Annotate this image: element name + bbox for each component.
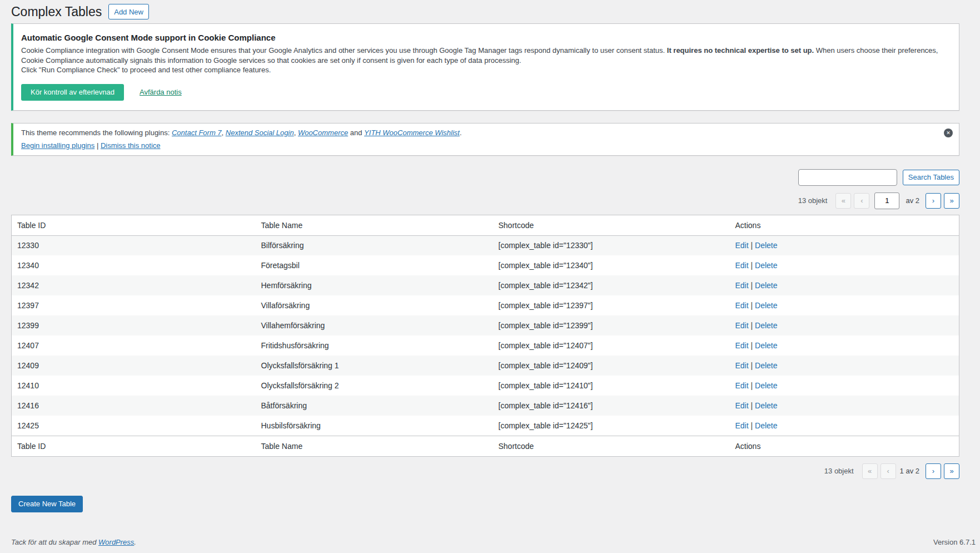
table-foot: Table ID Table Name Shortcode Actions [12,436,959,456]
cell-shortcode: [complex_table id="12410"] [493,376,730,396]
close-icon: ✕ [946,130,951,136]
consent-mode-notice: Automatic Google Consent Mode support in… [11,23,959,111]
search-input[interactable] [798,169,897,186]
dismiss-this-notice-link[interactable]: Dismiss this notice [101,141,161,150]
cell-actions: Edit | Delete [730,416,959,436]
header-table-name: Table Name [256,215,493,235]
edit-link[interactable]: Edit [735,361,749,370]
cell-actions: Edit | Delete [730,295,959,315]
items-count: 13 objekt [798,196,828,205]
run-compliance-check-button[interactable]: Kör kontroll av efterlevnad [21,84,124,101]
edit-link[interactable]: Edit [735,301,749,310]
edit-link[interactable]: Edit [735,401,749,410]
cell-actions: Edit | Delete [730,255,959,275]
table-body: 12330Bilförsäkring[complex_table id="123… [12,235,959,436]
chevron-right-icon: › [932,467,934,475]
consent-body-text-1: Cookie Compliance integration with Googl… [21,46,667,55]
edit-link[interactable]: Edit [735,321,749,330]
table-header-row: Table ID Table Name Shortcode Actions [12,215,959,235]
pagination-prev-button: ‹ [854,193,869,209]
total-pages-label: av 2 [906,196,919,205]
delete-link[interactable]: Delete [755,341,777,350]
pagination-first-button: « [835,193,851,209]
dismiss-notice-button[interactable]: ✕ [944,129,953,137]
cell-table-name: Olycksfallsförsäkring 1 [256,356,493,376]
table-row: 12409Olycksfallsförsäkring 1[complex_tab… [12,356,959,376]
pagination-prev-button-bottom: ‹ [880,463,896,479]
plugin-link-3[interactable]: WooCommerce [298,129,348,137]
begin-installing-plugins-link[interactable]: Begin installing plugins [21,141,94,150]
plugin-link-4[interactable]: YITH WooCommerce Wishlist [364,129,460,137]
cell-table-id: 12340 [12,255,256,275]
cell-shortcode: [complex_table id="12399"] [493,315,730,335]
wordpress-link[interactable]: WordPress [98,538,134,546]
plugin-link-2[interactable]: Nextend Social Login [226,129,294,137]
cell-table-name: Villaförsäkring [256,295,493,315]
cell-table-name: Husbilsförsäkring [256,416,493,436]
cell-table-name: Villahemförsäkring [256,315,493,335]
edit-link[interactable]: Edit [735,421,749,430]
thanks-suffix: . [134,538,136,546]
double-chevron-left-icon: « [868,467,872,475]
cell-shortcode: [complex_table id="12342"] [493,275,730,295]
plugin-link-1[interactable]: Contact Form 7 [172,129,222,137]
delete-link[interactable]: Delete [755,361,777,370]
consent-notice-heading: Automatic Google Consent Mode support in… [21,33,951,42]
footer-thanks-text: Tack för att du skapar med WordPress. [11,538,136,546]
table-row: 12410Olycksfallsförsäkring 2[complex_tab… [12,376,959,396]
edit-link[interactable]: Edit [735,381,749,390]
cell-actions: Edit | Delete [730,235,959,255]
tables-list: Table ID Table Name Shortcode Actions 12… [11,215,959,457]
delete-link[interactable]: Delete [755,421,777,430]
dismiss-notice-link[interactable]: Avfärda notis [140,88,182,96]
cell-table-name: Hemförsäkring [256,275,493,295]
plugins-notice-text: This theme recommends the following plug… [21,128,951,138]
pagination-next-button-bottom[interactable]: › [926,463,941,479]
edit-link[interactable]: Edit [735,261,749,270]
plugin-link-separator: and [348,129,364,137]
cell-actions: Edit | Delete [730,275,959,295]
delete-link[interactable]: Delete [755,261,777,270]
cell-table-id: 12409 [12,356,256,376]
delete-link[interactable]: Delete [755,241,777,250]
cell-shortcode: [complex_table id="12409"] [493,356,730,376]
thanks-prefix: Tack för att du skapar med [11,538,98,546]
add-new-button[interactable]: Add New [108,4,149,19]
edit-link[interactable]: Edit [735,281,749,290]
cell-shortcode: [complex_table id="12416"] [493,396,730,416]
current-page-input[interactable] [874,192,899,209]
edit-link[interactable]: Edit [735,341,749,350]
pagination-last-button[interactable]: » [944,193,959,209]
cell-table-id: 12410 [12,376,256,396]
delete-link[interactable]: Delete [755,321,777,330]
delete-link[interactable]: Delete [755,401,777,410]
header-table-id: Table ID [12,215,256,235]
delete-link[interactable]: Delete [755,281,777,290]
pagination-bottom: 13 objekt « ‹ 1 av 2 › » [11,463,959,479]
search-tables-button[interactable]: Search Tables [903,170,959,185]
delete-link[interactable]: Delete [755,301,777,310]
create-new-table-button[interactable]: Create New Table [11,496,83,512]
cell-table-id: 12407 [12,335,256,356]
plugins-recommendation-notice: ✕ This theme recommends the following pl… [11,123,959,156]
edit-link[interactable]: Edit [735,241,749,250]
consent-notice-actions: Kör kontroll av efterlevnad Avfärda noti… [21,84,951,101]
cell-shortcode: [complex_table id="12397"] [493,295,730,315]
cell-table-id: 12342 [12,275,256,295]
action-separator: | [749,341,755,350]
action-separator: | [749,421,755,430]
delete-link[interactable]: Delete [755,381,777,390]
table-row: 12342Hemförsäkring[complex_table id="123… [12,275,959,295]
plugin-link-separator: , [294,129,298,137]
table-row: 12330Bilförsäkring[complex_table id="123… [12,235,959,255]
table-row: 12407Fritidshusförsäkring[complex_table … [12,335,959,356]
pagination-last-button-bottom[interactable]: » [944,463,959,479]
cell-table-name: Olycksfallsförsäkring 2 [256,376,493,396]
header-actions: Actions [730,215,959,235]
page-heading-row: Complex Tables Add New [11,0,959,20]
cell-table-id: 12416 [12,396,256,416]
double-chevron-right-icon: » [949,196,953,205]
consent-body-bold: It requires no technical expertise to se… [667,46,814,55]
page-title: Complex Tables [11,3,102,20]
pagination-next-button[interactable]: › [926,193,941,209]
